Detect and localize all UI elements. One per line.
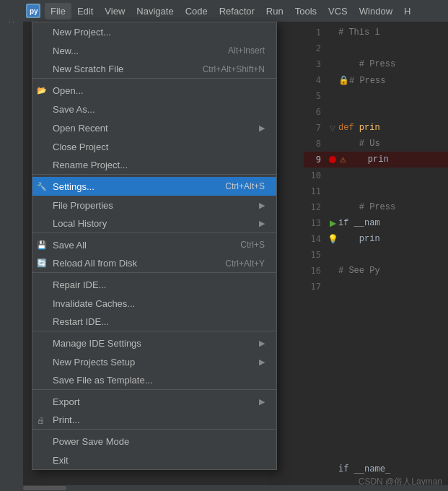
- menu-vcs[interactable]: VCS: [322, 3, 353, 19]
- menu-view[interactable]: View: [99, 3, 131, 19]
- menu-window[interactable]: Window: [353, 3, 398, 19]
- menu-item-rename-project[interactable]: Rename Project...: [32, 156, 276, 175]
- menu-item-local-history[interactable]: Local History ▶: [32, 214, 276, 233]
- line-number-7: 7: [304, 123, 327, 133]
- line-number-4: 4: [304, 75, 327, 85]
- menu-code[interactable]: Code: [180, 3, 214, 19]
- editor-line-10: 10: [304, 168, 448, 183]
- menu-item-export[interactable]: Export ▶: [32, 392, 276, 411]
- editor-line-17: 17: [304, 279, 448, 295]
- menu-item-local-history-label: Local History: [53, 218, 107, 229]
- menu-refactor[interactable]: Refactor: [214, 3, 260, 19]
- menu-item-open-recent-label: Open Recent: [53, 123, 108, 134]
- menu-item-settings[interactable]: 🔧 Settings... Ctrl+Alt+S: [32, 177, 276, 196]
- menu-item-invalidate-caches[interactable]: Invalidate Caches...: [32, 294, 276, 313]
- line-number-10: 10: [304, 170, 327, 181]
- menu-item-save-all[interactable]: 💾 Save All Ctrl+S: [32, 235, 276, 254]
- editor-line-15: 15: [304, 247, 448, 263]
- menu-item-file-properties[interactable]: File Properties ▶: [32, 196, 276, 214]
- menu-item-new[interactable]: New... Alt+Insert: [32, 41, 276, 60]
- menu-item-save-all-label: Save All: [53, 240, 87, 251]
- line-number-8: 8: [304, 139, 327, 149]
- line-content-4: 🔒# Press: [338, 75, 385, 86]
- wrench-icon: 🔧: [37, 182, 47, 191]
- menu-item-open-recent[interactable]: Open Recent ▶: [32, 118, 276, 137]
- menu-item-manage-ide-label: Manage IDE Settings: [53, 338, 141, 349]
- editor-bottom-line: if __name_: [304, 461, 448, 477]
- menu-item-new-project[interactable]: New Project...: [32, 22, 276, 41]
- menu-item-exit[interactable]: Exit: [32, 451, 276, 469]
- save-icon: 💾: [37, 240, 47, 250]
- line-number-2: 2: [304, 43, 327, 53]
- line-content-12: # Press: [338, 202, 395, 212]
- menu-item-new-label: New...: [53, 45, 79, 56]
- line-content-1: # This i: [338, 27, 380, 38]
- editor-area: ⚙ — py main.py ✕ 1 # This i 2 3 # Press: [304, 0, 448, 491]
- menu-item-print-label: Print...: [53, 414, 80, 425]
- editor-line-14: 14 💡 prin: [304, 231, 448, 247]
- left-sidebar: Project: [0, 0, 23, 491]
- menu-item-reload-all-label: Reload All from Disk: [53, 258, 137, 269]
- menu-item-print[interactable]: 🖨 Print...: [32, 411, 276, 430]
- menu-item-manage-ide[interactable]: Manage IDE Settings ▶: [32, 334, 276, 352]
- menu-item-export-label: Export: [53, 396, 80, 407]
- menu-item-new-project-label: New Project...: [53, 27, 111, 38]
- menu-item-new-scratch-label: New Scratch File: [53, 64, 123, 74]
- line-gutter-13: ▶: [327, 218, 338, 228]
- app-logo: py: [26, 4, 40, 18]
- editor-line-5: 5: [304, 88, 448, 104]
- bulb-indicator-14[interactable]: 💡: [328, 234, 338, 244]
- menu-item-restart-ide[interactable]: Restart IDE...: [32, 313, 276, 331]
- menu-item-open[interactable]: 📂 Open...: [32, 81, 276, 100]
- menu-tools[interactable]: Tools: [289, 3, 322, 19]
- menu-item-rename-project-label: Rename Project...: [53, 160, 128, 170]
- menu-item-invalidate-caches-label: Invalidate Caches...: [53, 298, 135, 309]
- horizontal-scrollbar[interactable]: [0, 485, 448, 491]
- folder-icon: 📂: [37, 86, 47, 95]
- breakpoint-9: [329, 156, 336, 163]
- editor-line-12: 12 # Press: [304, 199, 448, 215]
- line-content-3: # Press: [338, 59, 395, 69]
- menu-item-power-save[interactable]: Power Save Mode: [32, 432, 276, 451]
- menu-bar: py File Edit View Navigate Code Refactor…: [0, 0, 448, 22]
- editor-line-6: 6: [304, 104, 448, 120]
- line-gutter-14: 💡: [327, 234, 338, 244]
- line-number-14: 14: [304, 234, 327, 244]
- menu-item-new-projects-setup-label: New Projects Setup: [53, 357, 135, 368]
- menu-navigate[interactable]: Navigate: [131, 3, 179, 19]
- line-number-5: 5: [304, 91, 327, 101]
- menu-item-repair-ide[interactable]: Repair IDE...: [32, 275, 276, 294]
- editor-line-9: 9 ⚠ prin: [304, 152, 448, 168]
- fold-icon-7: ▽: [330, 124, 335, 132]
- scrollbar-thumb[interactable]: [23, 486, 66, 490]
- menu-item-new-scratch[interactable]: New Scratch File Ctrl+Alt+Shift+N: [32, 60, 276, 79]
- menu-edit[interactable]: Edit: [71, 3, 99, 19]
- menu-item-open-label: Open...: [53, 85, 84, 96]
- file-dropdown-menu: New Project... New... Alt+Insert New Scr…: [32, 22, 277, 470]
- menu-help[interactable]: H: [398, 3, 416, 19]
- menu-item-close-project[interactable]: Close Project: [32, 137, 276, 156]
- menu-item-new-projects-setup[interactable]: New Projects Setup ▶: [32, 352, 276, 371]
- line-content-16: # See Py: [338, 266, 380, 276]
- run-indicator-13[interactable]: ▶: [330, 218, 336, 228]
- submenu-arrow-new-projects-setup: ▶: [259, 357, 265, 367]
- menu-file[interactable]: File: [45, 3, 71, 19]
- menu-item-save-as-label: Save As...: [53, 104, 95, 115]
- line-content-14: prin: [338, 234, 380, 244]
- menu-item-close-project-label: Close Project: [53, 142, 108, 152]
- menu-run[interactable]: Run: [260, 3, 289, 19]
- menu-item-reload-all[interactable]: 🔄 Reload All from Disk Ctrl+Alt+Y: [32, 254, 276, 273]
- editor-content: 1 # This i 2 3 # Press 4 🔒# Press 5: [304, 22, 448, 491]
- line-number-3: 3: [304, 59, 327, 69]
- editor-line-4: 4 🔒# Press: [304, 72, 448, 88]
- menu-item-repair-ide-label: Repair IDE...: [53, 279, 106, 290]
- menu-item-save-as[interactable]: Save As...: [32, 100, 276, 118]
- menu-item-restart-ide-label: Restart IDE...: [53, 316, 109, 327]
- line-number-17: 17: [304, 282, 327, 292]
- warning-gutter-9: ⚠: [338, 156, 347, 164]
- line-number-9: 9: [304, 155, 327, 165]
- menu-item-save-template[interactable]: Save File as Template...: [32, 371, 276, 390]
- menu-item-exit-label: Exit: [53, 455, 69, 466]
- editor-line-1: 1 # This i: [304, 25, 448, 40]
- if-name-content: if __name_: [327, 464, 390, 474]
